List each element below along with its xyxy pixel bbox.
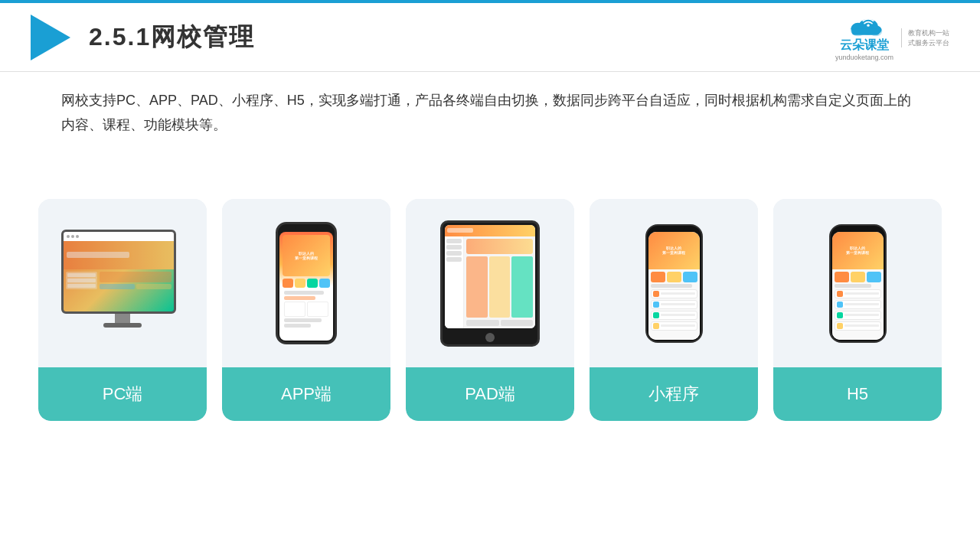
brand-tagline-line2: 式服务云平台 — [908, 38, 949, 48]
card-h5: 职达人的第一堂构课程 — [773, 199, 942, 421]
card-pad: PAD端 — [406, 199, 574, 421]
cards-container: PC端 职达人的第一堂构课程 — [46, 199, 934, 421]
card-pc-image — [38, 199, 207, 367]
miniprogram-phone-icon: 职达人的第一堂构课程 — [645, 224, 703, 343]
svg-rect-6 — [851, 28, 880, 34]
description-text: 网校支持PC、APP、PAD、小程序、H5，实现多端打通，产品各终端自由切换，数… — [61, 88, 919, 138]
card-miniprogram-image: 职达人的第一堂构课程 — [590, 199, 758, 367]
tablet-icon — [440, 220, 540, 347]
phone-icon: 职达人的第一堂构课程 — [276, 222, 337, 344]
mini-phone-screen: 职达人的第一堂构课程 — [648, 232, 700, 340]
card-pc-label: PC端 — [38, 367, 207, 421]
monitor-stand — [115, 314, 130, 323]
card-pad-label: PAD端 — [406, 367, 574, 421]
card-pc: PC端 — [38, 199, 207, 421]
phone-notch — [295, 224, 318, 230]
card-miniprogram: 职达人的第一堂构课程 — [590, 199, 758, 421]
svg-point-7 — [867, 24, 869, 27]
card-app-image: 职达人的第一堂构课程 — [222, 199, 390, 367]
card-h5-image: 职达人的第一堂构课程 — [773, 199, 942, 367]
tablet-home-btn — [485, 333, 495, 342]
description-content: 网校支持PC、APP、PAD、小程序、H5，实现多端打通，产品各终端自由切换，数… — [61, 93, 911, 132]
brand-name-cn: 云朵课堂 — [840, 37, 889, 54]
pc-monitor-icon — [61, 230, 184, 337]
tablet-screen — [445, 225, 535, 328]
brand-logo: 云朵课堂 yunduoketang.com 教育机构一站 式服务云平台 — [835, 15, 949, 61]
card-h5-label: H5 — [773, 367, 942, 421]
card-app-label: APP端 — [222, 367, 390, 421]
phone-screen: 职达人的第一堂构课程 — [279, 232, 333, 341]
brand-tagline-line1: 教育机构一站 — [908, 28, 949, 38]
card-app: 职达人的第一堂构课程 — [222, 199, 390, 421]
h5-phone-notch — [847, 226, 868, 231]
page-title: 2.5.1网校管理 — [89, 21, 255, 54]
card-pad-image — [406, 199, 574, 367]
h5-phone-screen: 职达人的第一堂构课程 — [832, 232, 884, 340]
brand-tagline: 教育机构一站 式服务云平台 — [901, 28, 949, 47]
header: 2.5.1网校管理 云朵课堂 y — [0, 3, 980, 72]
monitor-base — [103, 323, 142, 328]
mini-phone-notch — [663, 226, 684, 231]
brand-icon: 云朵课堂 yunduoketang.com — [835, 15, 893, 61]
card-miniprogram-label: 小程序 — [590, 367, 758, 421]
brand-cloud-icon — [845, 15, 884, 37]
brand-name-en: yunduoketang.com — [835, 54, 893, 61]
h5-phone-icon: 职达人的第一堂构课程 — [829, 224, 887, 343]
logo-triangle-icon — [31, 15, 70, 60]
